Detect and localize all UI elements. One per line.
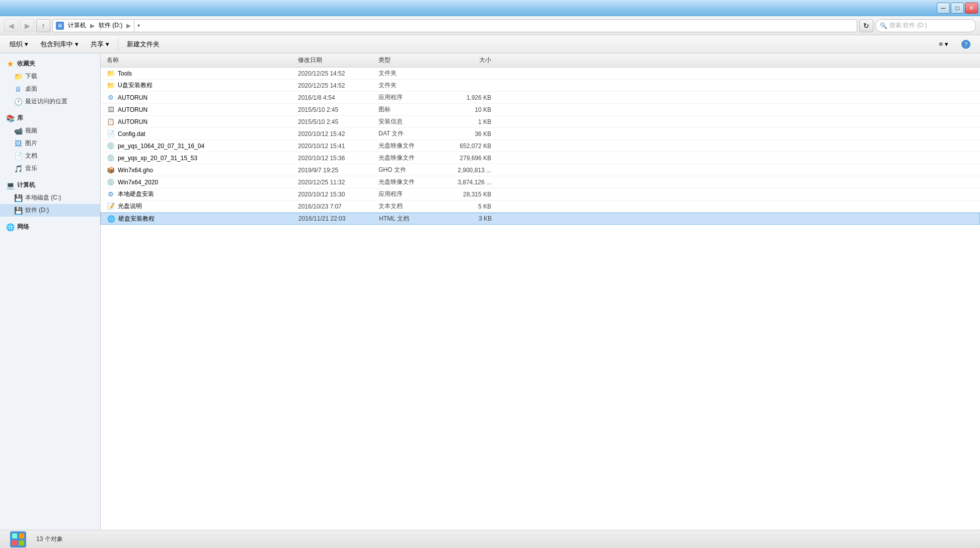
file-list: 📁 Tools 2020/12/25 14:52 文件夹 📁 U盘安装教程 20… xyxy=(101,67,980,530)
file-cell-name: 📁 U盘安装教程 xyxy=(103,81,294,90)
doc-label: 文档 xyxy=(25,152,37,160)
organize-button[interactable]: 组织 ▾ xyxy=(4,37,34,51)
recent-icon: 🕐 xyxy=(14,98,22,106)
table-row[interactable]: 📦 Win7x64.gho 2019/9/7 19:25 GHO 文件 2,90… xyxy=(101,164,980,176)
path-computer[interactable]: 计算机 xyxy=(66,21,88,30)
sidebar-computer-header[interactable]: 💻 计算机 xyxy=(0,179,100,191)
computer-label: 计算机 xyxy=(17,181,35,189)
new-folder-button[interactable]: 新建文件夹 xyxy=(121,37,165,51)
sidebar-library-header[interactable]: 📚 库 xyxy=(0,112,100,124)
video-label: 视频 xyxy=(25,126,37,135)
search-icon: 🔍 xyxy=(880,22,887,29)
favorites-label: 收藏夹 xyxy=(17,59,35,68)
downloads-label: 下载 xyxy=(25,72,37,81)
address-bar[interactable]: 🖥 计算机 ▶ 软件 (D:) ▶ ▾ xyxy=(52,19,857,32)
file-cell-type: DAT 文件 xyxy=(374,129,435,138)
file-cell-name: 🌐 硬盘安装教程 xyxy=(103,215,294,223)
file-cell-type: 光盘映像文件 xyxy=(374,154,435,162)
table-row[interactable]: 💿 pe_yqs_xp_20_07_31_15_53 2020/10/12 15… xyxy=(101,152,980,164)
col-header-type[interactable]: 类型 xyxy=(374,56,435,64)
file-icon-ico: 🖼 xyxy=(107,106,115,114)
table-row[interactable]: 💿 Win7x64_2020 2020/12/25 11:32 光盘映像文件 3… xyxy=(101,176,980,188)
table-row[interactable]: 📁 U盘安装教程 2020/12/25 14:52 文件夹 xyxy=(101,80,980,92)
file-cell-type: 文件夹 xyxy=(374,81,435,90)
file-name: AUTORUN xyxy=(118,118,147,125)
window-controls: ─ □ ✕ xyxy=(937,3,978,14)
sidebar-item-local-d[interactable]: 💾 软件 (D:) xyxy=(0,204,100,217)
file-cell-date: 2016/10/23 7:07 xyxy=(294,203,374,210)
view-button[interactable]: ≡ ▾ xyxy=(933,37,954,51)
sidebar-network-header[interactable]: 🌐 网络 xyxy=(0,221,100,233)
address-icon: 🖥 xyxy=(56,22,64,30)
table-row[interactable]: 📋 AUTORUN 2015/5/10 2:45 安装信息 1 KB xyxy=(101,116,980,128)
file-icon-gho: 📦 xyxy=(107,166,115,174)
recent-label: 最近访问的位置 xyxy=(25,97,67,106)
file-list-area: 名称 修改日期 类型 大小 📁 Tools 2020/12/25 14:52 文… xyxy=(101,53,980,530)
file-cell-date: 2020/10/12 15:36 xyxy=(294,155,374,162)
image-icon: 🖼 xyxy=(14,140,22,148)
table-row[interactable]: 📁 Tools 2020/12/25 14:52 文件夹 xyxy=(101,67,980,80)
sidebar-favorites-header[interactable]: ★ 收藏夹 xyxy=(0,57,100,70)
file-icon-iso: 💿 xyxy=(107,142,115,150)
file-cell-type: 应用程序 xyxy=(374,190,435,198)
sidebar-item-downloads[interactable]: 📁 下载 xyxy=(0,70,100,83)
sidebar-item-video[interactable]: 📹 视频 xyxy=(0,124,100,137)
file-cell-date: 2020/12/25 11:32 xyxy=(294,179,374,186)
navigation-bar: ◀ ▶ ↑ 🖥 计算机 ▶ 软件 (D:) ▶ ▾ ↻ 🔍 搜索 软件 (D:) xyxy=(0,16,980,35)
sidebar-item-desktop[interactable]: 🖥 桌面 xyxy=(0,83,100,95)
sidebar-item-recent[interactable]: 🕐 最近访问的位置 xyxy=(0,95,100,108)
file-cell-size: 3 KB xyxy=(435,215,496,222)
back-button[interactable]: ◀ xyxy=(4,19,18,32)
refresh-button[interactable]: ↻ xyxy=(859,19,873,32)
col-header-name[interactable]: 名称 xyxy=(103,56,294,64)
path-sep-2: ▶ xyxy=(126,22,131,29)
help-icon: ? xyxy=(961,40,970,49)
close-button[interactable]: ✕ xyxy=(965,3,978,14)
file-name: Win7x64.gho xyxy=(118,167,153,174)
file-cell-date: 2015/5/10 2:45 xyxy=(294,118,374,125)
file-cell-name: 💿 pe_yqs_1064_20_07_31_16_04 xyxy=(103,142,294,150)
library-label: 库 xyxy=(17,114,23,122)
forward-button[interactable]: ▶ xyxy=(20,19,34,32)
table-row[interactable]: 🌐 硬盘安装教程 2016/11/21 22:03 HTML 文档 3 KB xyxy=(101,213,980,225)
add-to-library-button[interactable]: 包含到库中 ▾ xyxy=(35,37,84,51)
sidebar-item-doc[interactable]: 📄 文档 xyxy=(0,150,100,162)
table-row[interactable]: ⚙ AUTORUN 2016/1/8 4:54 应用程序 1,926 KB xyxy=(101,92,980,104)
file-cell-date: 2020/10/12 15:41 xyxy=(294,143,374,150)
file-icon-exe_blue: ⚙ xyxy=(107,190,115,198)
share-dropdown-icon: ▾ xyxy=(106,40,109,48)
maximize-button[interactable]: □ xyxy=(951,3,964,14)
path-drive[interactable]: 软件 (D:) xyxy=(97,21,124,30)
file-cell-name: ⚙ 本地硬盘安装 xyxy=(103,190,294,198)
col-header-date[interactable]: 修改日期 xyxy=(294,56,374,64)
computer-icon: 💻 xyxy=(6,181,14,189)
minimize-button[interactable]: ─ xyxy=(937,3,950,14)
file-cell-size: 652,072 KB xyxy=(435,143,495,150)
help-button[interactable]: ? xyxy=(956,37,976,51)
table-row[interactable]: 📄 Config.dat 2020/10/12 15:42 DAT 文件 36 … xyxy=(101,128,980,140)
file-cell-name: 💿 Win7x64_2020 xyxy=(103,178,294,186)
doc-icon: 📄 xyxy=(14,152,22,160)
up-button[interactable]: ↑ xyxy=(36,19,50,32)
file-cell-name: 📝 光盘说明 xyxy=(103,202,294,211)
address-dropdown[interactable]: ▾ xyxy=(134,19,143,32)
sidebar-item-image[interactable]: 🖼 图片 xyxy=(0,137,100,150)
sidebar-item-music[interactable]: 🎵 音乐 xyxy=(0,162,100,175)
file-cell-date: 2016/1/8 4:54 xyxy=(294,94,374,101)
share-button[interactable]: 共享 ▾ xyxy=(85,37,115,51)
table-row[interactable]: ⚙ 本地硬盘安装 2020/10/12 15:30 应用程序 28,315 KB xyxy=(101,188,980,200)
table-row[interactable]: 📝 光盘说明 2016/10/23 7:07 文本文档 5 KB xyxy=(101,200,980,213)
file-cell-type: 文本文档 xyxy=(374,202,435,211)
search-bar[interactable]: 🔍 搜索 软件 (D:) xyxy=(875,19,976,32)
statusbar: 13 个对象 xyxy=(0,530,980,548)
table-row[interactable]: 🖼 AUTORUN 2015/5/10 2:45 图标 10 KB xyxy=(101,104,980,116)
organize-dropdown-icon: ▾ xyxy=(25,40,28,48)
file-cell-size: 1 KB xyxy=(435,118,495,125)
table-row[interactable]: 💿 pe_yqs_1064_20_07_31_16_04 2020/10/12 … xyxy=(101,140,980,152)
sidebar-favorites-section: ★ 收藏夹 📁 下载 🖥 桌面 🕐 最近访问的位置 xyxy=(0,57,100,108)
col-header-size[interactable]: 大小 xyxy=(435,56,495,64)
file-cell-size: 2,900,813 ... xyxy=(435,167,495,174)
file-cell-type: 文件夹 xyxy=(374,69,435,78)
sidebar-item-local-c[interactable]: 💾 本地磁盘 (C:) xyxy=(0,191,100,204)
file-name: Tools xyxy=(118,70,132,77)
